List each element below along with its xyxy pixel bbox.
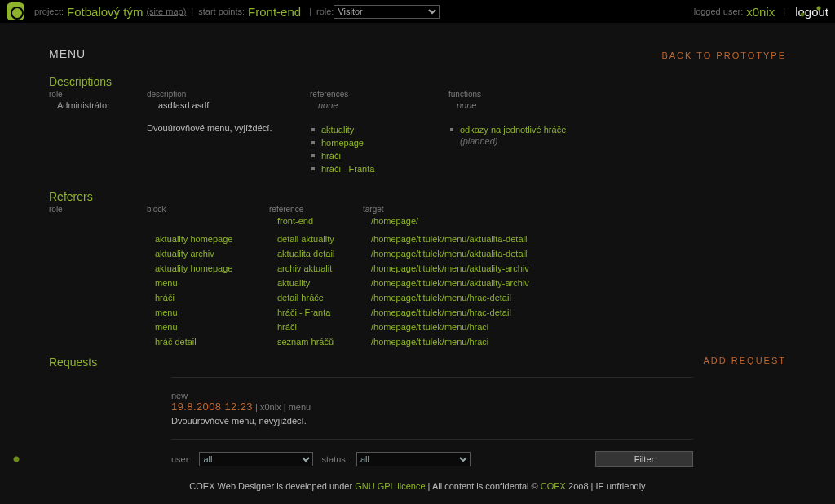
main-content: MENU BACK TO PROTOTYPE Descriptions role… <box>0 23 835 467</box>
function-status: (planned) <box>448 136 693 146</box>
request-user-link[interactable]: x0nix <box>260 402 281 412</box>
startpoints-label: start points: <box>198 7 245 16</box>
sitemap-link[interactable]: (site map) <box>146 7 186 16</box>
ref-block[interactable]: hráči <box>147 290 261 305</box>
col-description: description <box>147 90 302 99</box>
page-title: MENU <box>49 47 86 60</box>
desc-text: asdfasd asdf <box>147 99 302 110</box>
ref-reference[interactable]: front-end <box>269 214 355 228</box>
request-date: 19.8.2008 12:23 <box>171 400 253 413</box>
role-label: role: <box>316 7 334 16</box>
request-text: Dvouúrovňové menu, nevyjíždécí. <box>171 416 693 426</box>
coex-link[interactable]: COEX <box>541 481 566 491</box>
function-item: odkazy na jednotlivé hráče <box>448 123 693 136</box>
request-on-link[interactable]: menu <box>289 402 311 412</box>
desc-references-list-cell: aktualityhomepagehráčihráči - Franta <box>310 122 440 175</box>
desc-role-value: Administrátor <box>49 99 139 110</box>
footer: COEX Web Designer is developed under GNU… <box>0 481 835 491</box>
separator: | <box>191 7 193 16</box>
ref-reference[interactable]: aktuality <box>269 276 355 290</box>
app-logo-icon[interactable] <box>7 2 24 20</box>
ref-target[interactable]: /homepage/titulek/menu/hraci <box>363 320 714 334</box>
ref-reference[interactable]: detail hráče <box>269 290 355 305</box>
ref-target[interactable]: /homepage/titulek/menu/hraci <box>363 334 714 349</box>
ref-block[interactable]: menu <box>147 276 261 290</box>
desc-functions-none: none <box>448 99 693 110</box>
request-item: new 19.8.2008 12:23 | x0nix | menu Dvouú… <box>171 377 693 440</box>
requests-filter: user: all status: all Filter <box>171 451 693 467</box>
ref-target[interactable]: /homepage/titulek/menu/hrac-detail <box>363 290 714 305</box>
ref-block[interactable]: aktuality homepage <box>147 232 261 246</box>
filter-button[interactable]: Filter <box>595 451 693 467</box>
desc-references-list: aktualityhomepagehráčihráči - Franta <box>310 123 440 175</box>
filter-status-label: status: <box>321 454 347 464</box>
ref-col-role: role <box>49 205 139 214</box>
reference-link[interactable]: homepage <box>321 138 364 148</box>
ref-reference[interactable]: detail aktuality <box>269 232 355 246</box>
col-references: references <box>310 90 440 99</box>
project-link[interactable]: Fotbalový tým <box>67 5 143 19</box>
ref-target[interactable]: /homepage/ <box>363 214 714 228</box>
ref-block[interactable]: hráč detail <box>147 334 261 349</box>
filter-status-select[interactable]: all <box>356 452 471 466</box>
gpl-licence-link[interactable]: GNU GPL licence <box>355 481 425 491</box>
add-request-link[interactable]: ADD REQUEST <box>704 356 786 365</box>
descriptions-heading: Descriptions <box>49 75 786 88</box>
reference-link[interactable]: hráči <box>321 151 341 161</box>
ref-block[interactable]: aktuality homepage <box>147 261 261 276</box>
desc-functions-cell: odkazy na jednotlivé hráče (planned) <box>448 122 693 175</box>
request-status: new <box>171 391 693 400</box>
back-to-prototype-link[interactable]: BACK TO PROTOTYPE <box>661 51 786 60</box>
startpoint-link[interactable]: Front-end <box>248 5 301 19</box>
role-select[interactable]: Visitor <box>334 5 440 19</box>
ref-reference[interactable]: hráči - Franta <box>269 305 355 320</box>
ref-reference[interactable]: hráči <box>269 320 355 334</box>
ref-col-block: block <box>147 205 261 214</box>
col-functions: functions <box>448 90 693 99</box>
ref-target[interactable]: /homepage/titulek/menu/aktualita-detail <box>363 246 714 261</box>
ornament-bottom-icon <box>0 447 49 471</box>
ref-block[interactable]: aktuality archiv <box>147 246 261 261</box>
ref-target[interactable]: /homepage/titulek/menu/aktualita-detail <box>363 232 714 246</box>
ref-target[interactable]: /homepage/titulek/menu/aktuality-archiv <box>363 261 714 276</box>
function-label: odkazy na jednotlivé hráče <box>460 125 566 135</box>
reference-link[interactable]: hráči - Franta <box>321 164 374 174</box>
ref-reference[interactable]: archiv aktualit <box>269 261 355 276</box>
desc-text-2: Dvouúrovňové menu, vyjíždécí. <box>147 122 302 175</box>
topbar: project: Fotbalový tým (site map) | star… <box>0 0 835 23</box>
ref-reference[interactable]: aktualita detail <box>269 246 355 261</box>
desc-references-none: none <box>310 99 440 110</box>
col-role: role <box>49 90 139 99</box>
descriptions-table: role description references functions Ad… <box>49 90 786 175</box>
referers-table: role block reference target front-end /h… <box>49 205 786 228</box>
ref-target[interactable]: /homepage/titulek/menu/aktuality-archiv <box>363 276 714 290</box>
ref-block[interactable]: menu <box>147 305 261 320</box>
separator: | <box>309 7 311 16</box>
ref-reference[interactable]: seznam hráčů <box>269 334 355 349</box>
requests-heading: Requests <box>49 356 97 369</box>
filter-user-label: user: <box>171 454 191 464</box>
ref-col-target: target <box>363 205 714 214</box>
ref-block[interactable]: menu <box>147 320 261 334</box>
reference-link[interactable]: aktuality <box>321 125 354 135</box>
referers-heading: Referers <box>49 190 786 203</box>
ref-col-reference: reference <box>269 205 355 214</box>
project-label: project: <box>34 7 64 16</box>
filter-user-select[interactable]: all <box>199 452 313 466</box>
ref-target[interactable]: /homepage/titulek/menu/hrac-detail <box>363 305 714 320</box>
